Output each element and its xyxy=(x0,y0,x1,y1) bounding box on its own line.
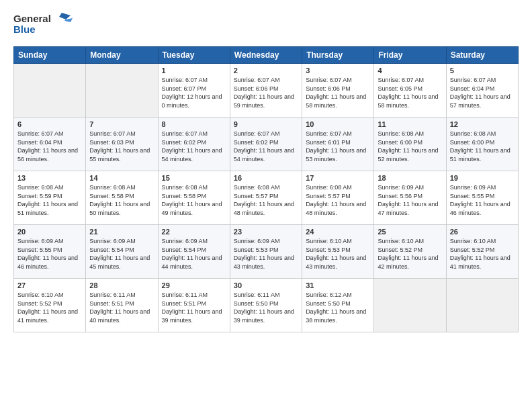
calendar-week-row: 13Sunrise: 6:08 AMSunset: 5:59 PMDayligh… xyxy=(14,171,519,225)
logo-bird-icon xyxy=(59,13,71,19)
day-info: Sunrise: 6:08 AMSunset: 5:57 PMDaylight:… xyxy=(306,183,370,217)
day-info: Sunrise: 6:08 AMSunset: 6:00 PMDaylight:… xyxy=(450,130,515,163)
calendar-week-row: 1Sunrise: 6:07 AMSunset: 6:07 PMDaylight… xyxy=(14,64,519,118)
calendar-cell xyxy=(86,64,158,118)
calendar-cell: 27Sunrise: 6:10 AMSunset: 5:52 PMDayligh… xyxy=(14,279,86,332)
day-number: 25 xyxy=(378,228,442,236)
day-number: 9 xyxy=(234,120,298,128)
day-number: 31 xyxy=(306,281,370,289)
logo-svg: General Blue xyxy=(13,10,74,37)
calendar-cell: 5Sunrise: 6:07 AMSunset: 6:04 PMDaylight… xyxy=(446,64,518,118)
day-number: 19 xyxy=(450,174,515,182)
calendar-cell: 4Sunrise: 6:07 AMSunset: 6:05 PMDaylight… xyxy=(374,64,446,118)
calendar-cell: 20Sunrise: 6:09 AMSunset: 5:55 PMDayligh… xyxy=(14,225,86,279)
day-info: Sunrise: 6:07 AMSunset: 6:06 PMDaylight:… xyxy=(234,76,298,109)
day-number: 1 xyxy=(162,66,226,75)
day-info: Sunrise: 6:07 AMSunset: 6:05 PMDaylight:… xyxy=(378,76,442,109)
calendar-cell: 30Sunrise: 6:11 AMSunset: 5:50 PMDayligh… xyxy=(230,279,302,332)
calendar-cell: 25Sunrise: 6:10 AMSunset: 5:52 PMDayligh… xyxy=(374,225,446,279)
weekday-header-saturday: Saturday xyxy=(446,47,518,64)
day-number: 7 xyxy=(89,120,154,128)
day-number: 18 xyxy=(378,174,442,182)
day-info: Sunrise: 6:07 AMSunset: 6:04 PMDaylight:… xyxy=(450,76,515,109)
day-info: Sunrise: 6:08 AMSunset: 5:59 PMDaylight:… xyxy=(17,183,82,217)
day-number: 29 xyxy=(162,281,226,289)
day-info: Sunrise: 6:09 AMSunset: 5:55 PMDaylight:… xyxy=(17,237,82,271)
calendar-week-row: 27Sunrise: 6:10 AMSunset: 5:52 PMDayligh… xyxy=(14,279,519,332)
day-number: 22 xyxy=(162,228,226,236)
weekday-header-sunday: Sunday xyxy=(14,47,86,64)
calendar-week-row: 6Sunrise: 6:07 AMSunset: 6:04 PMDaylight… xyxy=(14,118,519,171)
calendar-cell: 11Sunrise: 6:08 AMSunset: 6:00 PMDayligh… xyxy=(374,118,446,171)
day-info: Sunrise: 6:07 AMSunset: 6:07 PMDaylight:… xyxy=(162,76,226,109)
calendar-cell: 13Sunrise: 6:08 AMSunset: 5:59 PMDayligh… xyxy=(14,171,86,225)
day-info: Sunrise: 6:12 AMSunset: 5:50 PMDaylight:… xyxy=(306,291,370,324)
weekday-header-row: SundayMondayTuesdayWednesdayThursdayFrid… xyxy=(14,47,519,64)
day-number: 21 xyxy=(89,228,154,236)
calendar-cell: 12Sunrise: 6:08 AMSunset: 6:00 PMDayligh… xyxy=(446,118,518,171)
day-info: Sunrise: 6:10 AMSunset: 5:52 PMDaylight:… xyxy=(450,237,515,271)
calendar-cell: 9Sunrise: 6:07 AMSunset: 6:02 PMDaylight… xyxy=(230,118,302,171)
day-info: Sunrise: 6:10 AMSunset: 5:52 PMDaylight:… xyxy=(17,291,82,324)
day-number: 30 xyxy=(234,281,298,289)
weekday-header-thursday: Thursday xyxy=(302,47,374,64)
day-number: 6 xyxy=(17,120,82,128)
weekday-header-friday: Friday xyxy=(374,47,446,64)
calendar-cell xyxy=(374,279,446,332)
day-info: Sunrise: 6:11 AMSunset: 5:50 PMDaylight:… xyxy=(234,291,298,324)
calendar-cell: 29Sunrise: 6:11 AMSunset: 5:51 PMDayligh… xyxy=(158,279,230,332)
day-info: Sunrise: 6:10 AMSunset: 5:53 PMDaylight:… xyxy=(306,237,370,271)
day-info: Sunrise: 6:09 AMSunset: 5:53 PMDaylight:… xyxy=(234,237,298,271)
day-number: 4 xyxy=(378,66,442,75)
day-number: 27 xyxy=(17,281,82,289)
day-number: 17 xyxy=(306,174,370,182)
day-number: 20 xyxy=(17,228,82,236)
calendar-cell: 18Sunrise: 6:09 AMSunset: 5:56 PMDayligh… xyxy=(374,171,446,225)
day-number: 3 xyxy=(306,66,370,75)
day-info: Sunrise: 6:07 AMSunset: 6:06 PMDaylight:… xyxy=(306,76,370,109)
day-number: 5 xyxy=(450,66,515,75)
weekday-header-tuesday: Tuesday xyxy=(158,47,230,64)
day-number: 24 xyxy=(306,228,370,236)
day-info: Sunrise: 6:11 AMSunset: 5:51 PMDaylight:… xyxy=(89,291,154,324)
day-number: 2 xyxy=(234,66,298,75)
calendar-cell: 8Sunrise: 6:07 AMSunset: 6:02 PMDaylight… xyxy=(158,118,230,171)
day-info: Sunrise: 6:11 AMSunset: 5:51 PMDaylight:… xyxy=(162,291,226,324)
day-number: 14 xyxy=(89,174,154,182)
day-info: Sunrise: 6:07 AMSunset: 6:02 PMDaylight:… xyxy=(234,130,298,163)
day-info: Sunrise: 6:09 AMSunset: 5:54 PMDaylight:… xyxy=(89,237,154,271)
calendar-cell: 22Sunrise: 6:09 AMSunset: 5:54 PMDayligh… xyxy=(158,225,230,279)
day-number: 13 xyxy=(17,174,82,182)
calendar-cell: 3Sunrise: 6:07 AMSunset: 6:06 PMDaylight… xyxy=(302,64,374,118)
weekday-header-wednesday: Wednesday xyxy=(230,47,302,64)
calendar-cell: 21Sunrise: 6:09 AMSunset: 5:54 PMDayligh… xyxy=(86,225,158,279)
calendar-cell: 26Sunrise: 6:10 AMSunset: 5:52 PMDayligh… xyxy=(446,225,518,279)
svg-text:General: General xyxy=(13,13,51,24)
day-info: Sunrise: 6:08 AMSunset: 5:57 PMDaylight:… xyxy=(234,183,298,217)
calendar-cell: 24Sunrise: 6:10 AMSunset: 5:53 PMDayligh… xyxy=(302,225,374,279)
day-info: Sunrise: 6:08 AMSunset: 5:58 PMDaylight:… xyxy=(162,183,226,217)
weekday-header-monday: Monday xyxy=(86,47,158,64)
calendar-cell: 23Sunrise: 6:09 AMSunset: 5:53 PMDayligh… xyxy=(230,225,302,279)
calendar-cell xyxy=(446,279,518,332)
calendar-cell: 17Sunrise: 6:08 AMSunset: 5:57 PMDayligh… xyxy=(302,171,374,225)
day-info: Sunrise: 6:09 AMSunset: 5:55 PMDaylight:… xyxy=(450,183,515,217)
day-number: 8 xyxy=(162,120,226,128)
calendar-cell: 31Sunrise: 6:12 AMSunset: 5:50 PMDayligh… xyxy=(302,279,374,332)
day-number: 10 xyxy=(306,120,370,128)
day-number: 28 xyxy=(89,281,154,289)
day-info: Sunrise: 6:10 AMSunset: 5:52 PMDaylight:… xyxy=(378,237,442,271)
day-info: Sunrise: 6:08 AMSunset: 5:58 PMDaylight:… xyxy=(89,183,154,217)
day-info: Sunrise: 6:08 AMSunset: 6:00 PMDaylight:… xyxy=(378,130,442,163)
calendar-cell xyxy=(14,64,86,118)
day-number: 26 xyxy=(450,228,515,236)
calendar-week-row: 20Sunrise: 6:09 AMSunset: 5:55 PMDayligh… xyxy=(14,225,519,279)
logo: General Blue xyxy=(13,10,74,40)
header: General Blue xyxy=(13,10,519,40)
day-number: 12 xyxy=(450,120,515,128)
day-number: 16 xyxy=(234,174,298,182)
calendar-cell: 15Sunrise: 6:08 AMSunset: 5:58 PMDayligh… xyxy=(158,171,230,225)
calendar-cell: 28Sunrise: 6:11 AMSunset: 5:51 PMDayligh… xyxy=(86,279,158,332)
day-info: Sunrise: 6:09 AMSunset: 5:54 PMDaylight:… xyxy=(162,237,226,271)
day-info: Sunrise: 6:07 AMSunset: 6:03 PMDaylight:… xyxy=(89,130,154,163)
